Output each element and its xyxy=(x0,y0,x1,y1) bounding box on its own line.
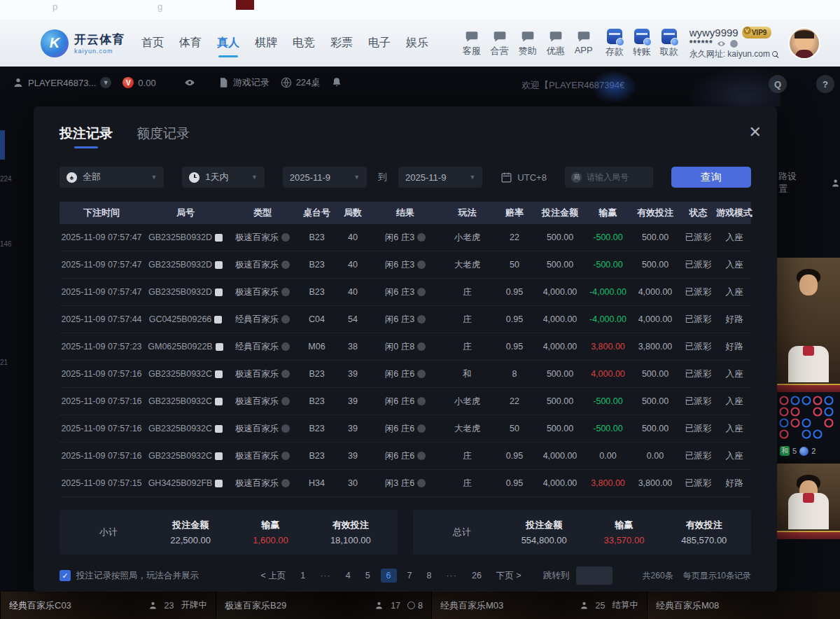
page-button[interactable]: 下页 > xyxy=(492,568,526,584)
copy-icon[interactable] xyxy=(215,480,223,487)
nav-item[interactable]: 娱乐 xyxy=(406,32,428,55)
quick-link[interactable]: 客服 xyxy=(463,29,481,57)
balance-group[interactable]: V 0.00 xyxy=(122,77,155,88)
table-row[interactable]: 2025-11-09 07:57:47 GB2325B0932D 极速百家乐 B… xyxy=(59,279,751,306)
close-icon[interactable]: ✕ xyxy=(749,125,762,140)
table-row[interactable]: 2025-11-09 07:57:15 GH3425B092FB 极速百家乐 H… xyxy=(59,470,751,497)
result-detail-icon[interactable] xyxy=(417,479,426,487)
copy-icon[interactable] xyxy=(215,425,223,433)
time-range-select[interactable]: 1天内 ▼ xyxy=(182,167,264,188)
quick-link[interactable]: 合营 xyxy=(491,29,509,57)
user-block[interactable]: wywy9999 VIP9 ****** 永久网址: kaiyun.com xyxy=(690,27,780,60)
copy-icon[interactable] xyxy=(216,343,223,351)
tables-count-link[interactable]: 224桌 xyxy=(281,76,321,89)
modal-tab[interactable]: 投注记录 xyxy=(59,125,113,151)
game-records-link[interactable]: 游戏记录 xyxy=(218,76,270,89)
date-from-picker[interactable]: 2025-11-9 ▼ xyxy=(283,167,367,188)
copy-icon[interactable] xyxy=(215,370,223,378)
page-button[interactable]: ··· xyxy=(316,569,335,583)
date-to-picker[interactable]: 2025-11-9 ▼ xyxy=(398,167,482,188)
copy-icon[interactable] xyxy=(215,452,223,460)
result-detail-icon[interactable] xyxy=(417,370,426,378)
info-icon[interactable] xyxy=(281,424,290,433)
quick-link[interactable]: 赞助 xyxy=(519,29,537,57)
timezone-toggle[interactable]: UTC+8 xyxy=(500,172,547,183)
roadmap-1[interactable]: 和 5 2 xyxy=(777,392,840,459)
table-row[interactable]: 2025-11-09 07:57:16 GB2325B0932C 极速百家乐 B… xyxy=(59,361,751,388)
table-row[interactable]: 2025-11-09 07:57:23 GM0625B0922B 经典百家乐 M… xyxy=(59,333,751,361)
quick-link[interactable]: APP xyxy=(575,29,593,57)
bell-icon[interactable] xyxy=(331,77,342,88)
result-detail-icon[interactable] xyxy=(417,452,426,460)
help-icon[interactable]: ? xyxy=(816,75,834,93)
site-logo[interactable]: K 开云体育 kaiyun.com xyxy=(41,29,125,57)
page-button[interactable]: 26 xyxy=(468,569,486,583)
page-button[interactable]: 5 xyxy=(361,569,374,583)
result-detail-icon[interactable] xyxy=(417,397,426,405)
copy-icon[interactable] xyxy=(214,316,222,324)
wallet-action[interactable]: 转账 xyxy=(633,29,651,58)
info-icon[interactable] xyxy=(281,452,290,460)
result-detail-icon[interactable] xyxy=(417,424,426,433)
table-row[interactable]: 2025-11-09 07:57:16 GB2325B0932C 极速百家乐 B… xyxy=(59,443,751,470)
video-thumb-dealer-2[interactable] xyxy=(777,464,840,539)
info-icon[interactable] xyxy=(281,260,290,269)
result-detail-icon[interactable] xyxy=(417,260,426,269)
table-row[interactable]: 2025-11-09 07:57:47 GB2325B0932D 极速百家乐 B… xyxy=(59,224,751,251)
table-thumbnail[interactable]: 经典百家乐C03 23 开牌中 xyxy=(0,592,216,619)
merge-checkbox[interactable]: ✓ xyxy=(59,570,71,581)
wallet-action[interactable]: 取款 xyxy=(660,29,678,58)
info-icon[interactable] xyxy=(281,370,290,378)
eye-icon[interactable] xyxy=(184,77,195,88)
round-search-box[interactable]: 局 xyxy=(565,167,653,188)
table-thumbnail[interactable]: 经典百家乐M03 25 结算中 xyxy=(431,592,647,619)
table-row[interactable]: 2025-11-09 07:57:47 GB2325B0932D 极速百家乐 B… xyxy=(59,251,751,279)
modal-tab[interactable]: 额度记录 xyxy=(136,125,190,151)
query-button[interactable]: 查询 xyxy=(671,167,751,188)
result-detail-icon[interactable] xyxy=(417,315,426,324)
page-button[interactable]: ··· xyxy=(442,569,461,583)
table-thumbnail[interactable]: 经典百家乐M08 xyxy=(647,592,840,619)
nav-item[interactable]: 首页 xyxy=(141,32,164,55)
nav-item[interactable]: 彩票 xyxy=(330,32,353,55)
page-button[interactable]: 4 xyxy=(342,569,355,583)
copy-icon[interactable] xyxy=(215,261,223,269)
info-icon[interactable] xyxy=(281,397,290,405)
copy-icon[interactable] xyxy=(215,234,223,242)
result-detail-icon[interactable] xyxy=(417,233,426,242)
user-avatar[interactable] xyxy=(788,27,820,60)
copy-icon[interactable] xyxy=(215,288,223,296)
nav-item[interactable]: 真人 xyxy=(217,32,239,55)
wallet-action[interactable]: 存款 xyxy=(606,29,624,58)
jump-input[interactable] xyxy=(576,566,612,585)
nav-item[interactable]: 体育 xyxy=(179,32,202,55)
info-icon[interactable] xyxy=(281,342,290,351)
player-menu[interactable]: PLAYER46873... ▼ xyxy=(13,77,111,88)
quick-link[interactable]: 优惠 xyxy=(547,29,565,57)
eye-off-icon[interactable] xyxy=(717,39,726,48)
road-settings[interactable]: 路设置 xyxy=(778,170,840,195)
round-search-input[interactable] xyxy=(587,172,647,182)
table-row[interactable]: 2025-11-09 07:57:44 GC0425B09266 经典百家乐 C… xyxy=(59,306,751,333)
page-button[interactable]: 8 xyxy=(423,569,436,583)
magnifier-icon[interactable] xyxy=(771,50,780,59)
info-icon[interactable] xyxy=(281,315,290,324)
page-button[interactable]: 7 xyxy=(403,569,416,583)
info-icon[interactable] xyxy=(281,233,290,242)
nav-item[interactable]: 电子 xyxy=(368,32,391,55)
category-select[interactable]: ♠ 全部 ▼ xyxy=(59,167,164,188)
table-row[interactable]: 2025-11-09 07:57:16 GB2325B0932C 极速百家乐 B… xyxy=(59,388,751,415)
result-detail-icon[interactable] xyxy=(417,288,426,296)
nav-item[interactable]: 电竞 xyxy=(293,32,315,55)
chevron-down-icon[interactable]: ▼ xyxy=(100,77,111,88)
info-icon[interactable] xyxy=(281,288,290,296)
copy-icon[interactable] xyxy=(215,398,223,405)
video-thumb-dealer-1[interactable] xyxy=(777,258,840,392)
result-detail-icon[interactable] xyxy=(417,342,426,351)
page-button[interactable]: 1 xyxy=(296,569,309,583)
table-row[interactable]: 2025-11-09 07:57:16 GB2325B0932C 极速百家乐 B… xyxy=(59,415,751,443)
nav-item[interactable]: 棋牌 xyxy=(255,32,277,55)
page-button[interactable]: 6 xyxy=(381,569,397,583)
info-icon[interactable] xyxy=(281,479,290,487)
page-button[interactable]: < 上页 xyxy=(256,568,290,584)
